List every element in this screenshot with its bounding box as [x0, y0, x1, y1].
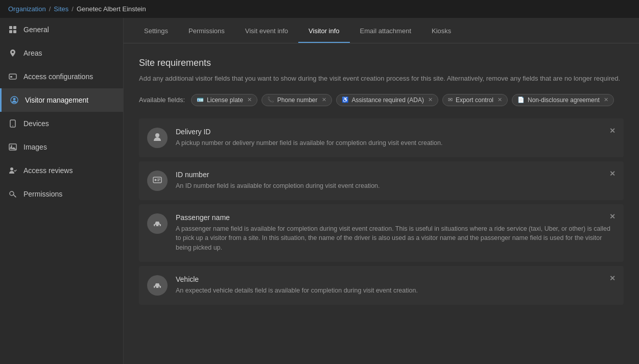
sidebar-item-images-label: Images [23, 143, 47, 151]
breadcrumb-sep-2: / [72, 5, 74, 13]
tabs-bar: Settings Permissions Visit event info Vi… [124, 18, 639, 43]
chip-assistance-close[interactable]: ✕ [428, 96, 433, 103]
available-fields-row: Available fields: 🪪 License plate ✕ 📞 Ph… [139, 94, 624, 106]
id-number-desc: An ID number field is available for comp… [176, 181, 616, 191]
breadcrumb-org[interactable]: Organization [8, 5, 46, 13]
chip-assistance-required[interactable]: ♿ Assistance required (ADA) ✕ [336, 94, 438, 106]
vehicle-close[interactable]: ✕ [609, 274, 616, 282]
license-plate-icon: 🪪 [197, 96, 204, 103]
sidebar-item-areas[interactable]: Areas [0, 41, 123, 65]
svg-rect-5 [10, 76, 12, 78]
delivery-id-icon-wrap [147, 128, 168, 148]
page-content: Site requirements Add any additional vis… [124, 43, 639, 364]
page-description: Add any additional visitor fields that y… [139, 74, 624, 84]
chip-phone-number-label: Phone number [277, 96, 318, 104]
location-icon [8, 48, 17, 58]
delivery-id-title: Delivery ID [176, 128, 616, 136]
passenger-name-title: Passenger name [176, 213, 616, 222]
chip-non-disclosure-close[interactable]: ✕ [604, 96, 608, 103]
passenger-name-icon-wrap [147, 213, 168, 234]
sidebar-item-images[interactable]: Images [0, 135, 123, 159]
passenger-name-text: Passenger name A passenger name field is… [176, 213, 616, 253]
chip-license-plate-close[interactable]: ✕ [247, 96, 252, 103]
chip-non-disclosure[interactable]: 📄 Non-disclosure agreement ✕ [512, 94, 614, 106]
chip-export-close[interactable]: ✕ [498, 96, 502, 103]
sidebar-item-visitor-management-label: Visitor management [25, 96, 88, 104]
sidebar-item-access-reviews[interactable]: Access reviews [0, 159, 123, 182]
svg-rect-17 [157, 179, 160, 180]
svg-point-11 [11, 145, 12, 147]
delivery-id-desc: A pickup number or delivery number field… [176, 138, 616, 148]
tablet-icon [8, 119, 17, 128]
main-layout: General Areas Access configurations [0, 18, 639, 364]
sidebar-item-permissions[interactable]: Permissions [0, 182, 123, 206]
content-area: Settings Permissions Visit event info Vi… [124, 18, 639, 364]
sidebar-item-access-configurations-label: Access configurations [23, 72, 93, 81]
tab-email-attachment[interactable]: Email attachment [350, 18, 421, 43]
car-icon [152, 217, 163, 230]
svg-rect-2 [9, 30, 12, 33]
tab-settings[interactable]: Settings [134, 18, 178, 43]
card-icon [8, 72, 17, 81]
req-item-delivery-id: Delivery ID A pickup number or delivery … [139, 118, 624, 157]
delivery-id-close[interactable]: ✕ [609, 127, 616, 135]
key-icon [8, 189, 17, 199]
svg-point-21 [155, 286, 156, 288]
req-item-passenger-name: Passenger name A passenger name field is… [139, 204, 624, 262]
person-check-icon [8, 166, 17, 175]
id-number-text: ID number An ID number field is availabl… [176, 171, 616, 191]
req-item-id-number: ID number An ID number field is availabl… [139, 161, 624, 200]
sidebar-item-permissions-label: Permissions [23, 190, 62, 198]
phone-icon: 📞 [267, 96, 274, 103]
export-icon: ✉ [448, 96, 453, 103]
passenger-name-close[interactable]: ✕ [609, 212, 616, 221]
sidebar-item-areas-label: Areas [23, 49, 42, 57]
svg-rect-3 [13, 30, 16, 33]
chip-export-label: Export control [456, 96, 493, 104]
vehicle-icon-wrap [147, 275, 168, 296]
svg-point-9 [12, 126, 13, 127]
passenger-name-desc: A passenger name field is available for … [176, 224, 616, 253]
topbar: Organization / Sites / Genetec Albert Ei… [0, 0, 639, 18]
vehicle-title: Vehicle [176, 275, 616, 283]
chip-phone-number[interactable]: 📞 Phone number ✕ [262, 94, 332, 106]
vehicle-desc: An expected vehicle details field is ava… [176, 286, 616, 296]
tab-kiosks[interactable]: Kiosks [421, 18, 461, 43]
document-icon: 📄 [517, 96, 525, 103]
available-fields-label: Available fields: [139, 96, 185, 104]
breadcrumb-sep-1: / [49, 5, 51, 13]
tab-visitor-info[interactable]: Visitor info [298, 18, 349, 43]
chip-export-control[interactable]: ✉ Export control ✕ [442, 94, 508, 106]
id-number-close[interactable]: ✕ [609, 169, 616, 178]
delivery-id-text: Delivery ID A pickup number or delivery … [176, 128, 616, 148]
grid-icon [8, 25, 17, 34]
breadcrumb-sites[interactable]: Sites [54, 5, 68, 13]
page-title: Site requirements [139, 58, 624, 68]
chip-license-plate[interactable]: 🪪 License plate ✕ [191, 94, 257, 106]
sidebar-item-access-reviews-label: Access reviews [23, 166, 73, 175]
id-card-icon [152, 175, 162, 187]
breadcrumb-current: Genetec Albert Einstein [77, 5, 146, 13]
svg-rect-1 [13, 26, 16, 29]
sidebar-item-general[interactable]: General [0, 18, 123, 41]
svg-point-12 [10, 167, 13, 171]
sidebar: General Areas Access configurations [0, 18, 124, 364]
image-icon [8, 142, 17, 152]
chip-phone-number-close[interactable]: ✕ [322, 96, 326, 103]
svg-point-20 [158, 225, 160, 226]
chip-assistance-label: Assistance required (ADA) [352, 96, 424, 104]
tab-visit-event-info[interactable]: Visit event info [235, 18, 298, 43]
chip-license-plate-label: License plate [207, 96, 243, 104]
sidebar-item-visitor-management[interactable]: Visitor management [0, 88, 123, 112]
sidebar-item-access-configurations[interactable]: Access configurations [0, 65, 123, 88]
sidebar-item-devices[interactable]: Devices [0, 112, 123, 135]
chip-non-disclosure-label: Non-disclosure agreement [528, 96, 600, 104]
wheelchair-icon: ♿ [342, 96, 349, 103]
svg-point-19 [155, 225, 156, 226]
svg-rect-0 [9, 26, 12, 29]
svg-point-14 [155, 133, 159, 137]
req-item-vehicle: Vehicle An expected vehicle details fiel… [139, 266, 624, 305]
id-number-title: ID number [176, 171, 616, 179]
svg-point-22 [158, 286, 160, 288]
tab-permissions[interactable]: Permissions [178, 18, 235, 43]
